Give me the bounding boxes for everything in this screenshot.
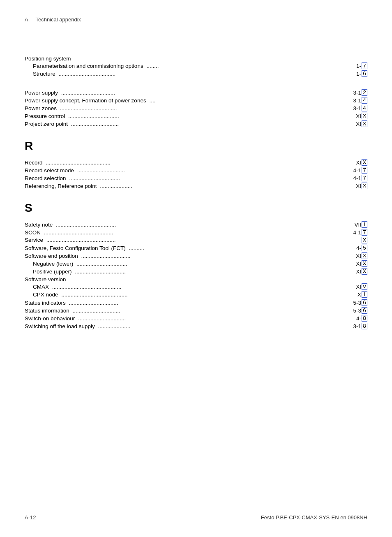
entry-label: Switching off the load supply [25,323,95,329]
section-letter-r: R [25,139,367,153]
entry-page: 1-7 [356,62,367,69]
entry-page: 5-36 [353,307,367,314]
s-section: S Safety note ..........................… [25,201,367,329]
section-title: Technical appendix [36,16,81,23]
list-item: Structure ..............................… [25,70,367,77]
list-item: Software end position ..................… [25,252,367,259]
page-box: 2 [362,89,367,96]
page-box: X [362,113,367,119]
entry-page: XIX [356,252,367,259]
page-box: 7 [362,167,367,174]
page-box: 4 [362,97,367,104]
list-item: Project zero point .....................… [25,120,367,127]
entry-page: 1-6 [356,70,367,77]
page-box: 8 [362,323,367,329]
page-box: X [362,159,367,166]
list-item: Record .................................… [25,159,367,166]
entry-page: 3-18 [353,323,367,329]
entry-label: Referencing, Reference point [25,183,97,189]
entry-page: 4-17 [353,175,367,181]
list-item: Service ................................… [25,237,367,243]
list-item: Power supply concept, Formation of power… [25,97,367,104]
entry-label: Positive (upper) [33,268,72,275]
list-item: SCON ...................................… [25,229,367,236]
list-item: Parameterisation and commissioning optio… [25,62,367,69]
entry-page: XIX [356,260,367,267]
page-box: 7 [362,175,367,181]
p-section: Power supply ...........................… [25,89,367,127]
software-version-label: Software version [25,276,367,282]
page-box: 7 [362,62,367,69]
entry-label: Record [25,160,43,166]
entry-label: Pressure control [25,113,65,119]
list-item: Status indicators ......................… [25,299,367,306]
entry-page: 4-5 [356,245,367,251]
entry-label: Status indicators [25,300,66,306]
entry-page: XIX [356,159,367,166]
entry-page: 5-36 [353,299,367,306]
software-version-group: Software version CMAX ..................… [25,276,367,298]
page-box: X [362,120,367,127]
entry-label: Status information [25,308,69,314]
list-item: Negative (lower) .......................… [25,260,367,267]
entry-page: XIX [356,113,367,119]
page-box: X [362,237,367,243]
page-box: I [362,291,367,298]
entry-page: 4-17 [353,167,367,174]
entry-label: CPX node [33,292,58,298]
entry-page: XIX [356,120,367,127]
list-item: Record selection .......................… [25,175,367,181]
entry-label: Software end position [25,253,78,259]
entry-page: XIV [356,283,367,290]
list-item: Status information .....................… [25,307,367,314]
section-letter-s: S [25,201,367,215]
page-box: 4 [362,105,367,111]
page-box: X [362,268,367,275]
list-item: Referencing, Reference point ...........… [25,183,367,189]
list-item: Record select mode .....................… [25,167,367,174]
entry-label: Record selection [25,175,66,181]
footer-document-info: Festo P.BE-CPX-CMAX-SYS-EN en 0908NH [261,514,367,521]
entry-label: CMAX [33,284,49,290]
page-footer: A-12 Festo P.BE-CPX-CMAX-SYS-EN en 0908N… [25,514,367,521]
entry-label: Switch-on behaviour [25,315,75,322]
footer-page-number: A-12 [25,514,36,521]
entry-page: XI [357,291,367,298]
entry-label: Structure [33,71,55,77]
entry-label: Negative (lower) [33,261,73,267]
entry-label: Software, Festo Configuration Tool (FCT) [25,245,126,251]
list-item: Switch-on behaviour ....................… [25,315,367,322]
entry-label: Project zero point [25,121,68,127]
page-box: X [362,183,367,189]
entry-page: 3-12 [353,89,367,96]
entry-page: 4-8 [356,315,367,322]
list-item: CMAX ...................................… [25,283,367,290]
entry-label: Parameterisation and commissioning optio… [33,63,143,69]
entry-page: XIX [356,268,367,275]
list-item: Switching off the load supply ..........… [25,323,367,329]
page-box: 6 [362,307,367,314]
page-box: X [362,252,367,259]
page-box: 7 [362,229,367,236]
entry-label: Record select mode [25,167,74,174]
entry-label: Power supply concept, Formation of power… [25,97,146,104]
list-item: Power zones ............................… [25,105,367,111]
entry-page: 4-17 [353,229,367,236]
positioning-section: Positioning system Parameterisation and … [25,56,367,77]
page-box: V [362,283,367,290]
page-box: 6 [362,70,367,77]
entry-label: SCON [25,229,41,236]
entry-page: X [361,237,367,243]
entry-label: Power supply [25,90,58,96]
entry-page: VIII [354,221,367,228]
entry-page: 3-14 [353,97,367,104]
list-item: Safety note ............................… [25,221,367,228]
page-header: A. Technical appendix [25,16,367,23]
page-box: X [362,260,367,267]
list-item: Software, Festo Configuration Tool (FCT)… [25,245,367,251]
entry-page: XIX [356,183,367,189]
positioning-group-label: Positioning system [25,56,367,62]
page-box: 8 [362,315,367,322]
page-box: I [362,221,367,228]
page-box: 6 [362,299,367,306]
